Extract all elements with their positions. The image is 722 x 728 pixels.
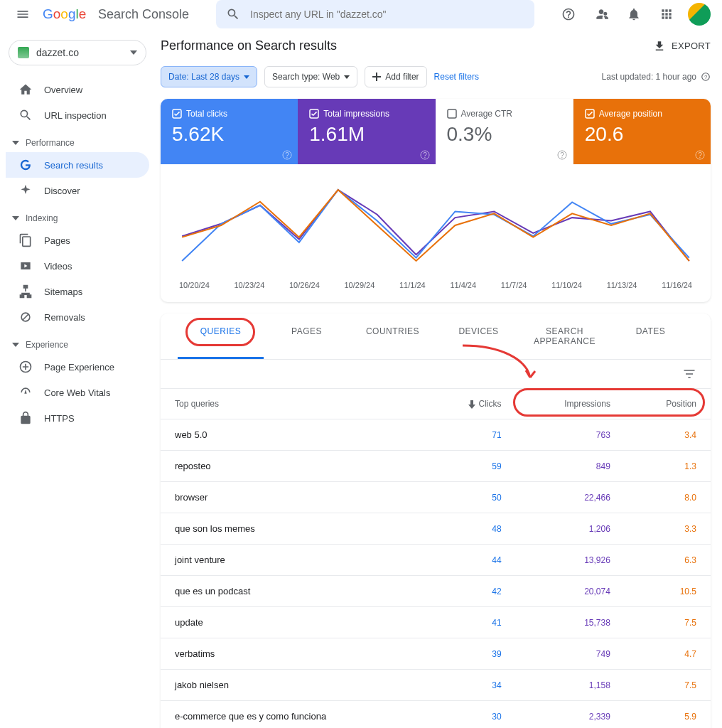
table-row[interactable]: web 5.0 71 763 3.4 [161, 419, 711, 451]
page-title: Performance on Search results [161, 38, 337, 53]
filter-icon[interactable] [682, 367, 696, 381]
tab-dates[interactable]: DATES [608, 314, 694, 359]
export-button[interactable]: EXPORT [653, 40, 711, 53]
table-row[interactable]: verbatims 39 749 4.7 [161, 638, 711, 670]
nav-overview[interactable]: Overview [6, 77, 149, 102]
nav-https[interactable]: HTTPS [6, 405, 149, 431]
url-inspect-input[interactable] [250, 9, 524, 20]
nav-discover[interactable]: Discover [6, 178, 149, 203]
nav-sitemaps[interactable]: Sitemaps [6, 279, 149, 304]
x-axis-label: 11/13/24 [607, 281, 637, 289]
impressions-cell: 20,074 [516, 576, 625, 607]
avatar [688, 3, 711, 26]
table-row[interactable]: browser 50 22,466 8.0 [161, 482, 711, 513]
hamburger-menu[interactable] [9, 0, 37, 28]
tab-queries[interactable]: QUERIES [178, 314, 264, 359]
google-g-icon [18, 158, 33, 172]
download-icon [653, 40, 666, 53]
metric-impressions[interactable]: Total impressions 1.61M ? [298, 99, 435, 164]
nav-videos[interactable]: Videos [6, 253, 149, 279]
position-cell: 5.9 [625, 701, 711, 729]
metric-clicks[interactable]: Total clicks 5.62K ? [161, 99, 298, 164]
query-cell: jakob nielsen [161, 670, 424, 701]
svg-text:Google: Google [43, 6, 86, 21]
help-button[interactable] [554, 0, 583, 28]
table-row[interactable]: que son los memes 48 1,206 3.3 [161, 513, 711, 545]
table-row[interactable]: update 41 15,738 7.5 [161, 607, 711, 638]
nav-url-inspection[interactable]: URL inspection [6, 102, 149, 128]
chevron-down-icon [344, 75, 350, 79]
clicks-cell: 42 [424, 576, 516, 607]
help-icon: ? [701, 72, 711, 82]
col-impressions[interactable]: Impressions [516, 389, 625, 419]
plus-circle-icon [18, 360, 33, 374]
dimension-tabs: QUERIES PAGES COUNTRIES DEVICES SEARCH A… [161, 314, 711, 360]
filter-date[interactable]: Date: Last 28 days [161, 66, 257, 87]
metric-ctr[interactable]: Average CTR 0.3% ? [436, 99, 573, 164]
url-inspect-bar[interactable] [216, 0, 534, 28]
account-button[interactable] [685, 0, 713, 28]
nav-label: URL inspection [44, 110, 107, 121]
nav-label: Pages [44, 235, 70, 246]
position-cell: 7.5 [625, 670, 711, 701]
product-name: Search Console [98, 7, 189, 22]
chevron-down-icon [11, 139, 20, 147]
dimension-card: QUERIES PAGES COUNTRIES DEVICES SEARCH A… [161, 314, 711, 728]
favicon-icon [18, 47, 29, 58]
section-performance[interactable]: Performance [6, 128, 149, 152]
users-icon [594, 7, 608, 21]
table-row[interactable]: joint venture 44 13,926 6.3 [161, 545, 711, 576]
nav-search-results[interactable]: Search results [6, 152, 149, 178]
nav-pages[interactable]: Pages [6, 228, 149, 253]
tab-devices[interactable]: DEVICES [436, 314, 522, 359]
table-row[interactable]: reposteo 59 849 1.3 [161, 451, 711, 482]
x-axis-label: 10/23/24 [235, 281, 265, 289]
position-cell: 1.3 [625, 451, 711, 482]
nav-core-web-vitals[interactable]: Core Web Vitals [6, 380, 149, 405]
speed-icon [18, 385, 33, 400]
svg-text:?: ? [704, 74, 707, 80]
tab-search-appearance[interactable]: SEARCH APPEARANCE [522, 314, 608, 359]
x-axis-label: 11/7/24 [501, 281, 527, 289]
table-row[interactable]: que es un podcast 42 20,074 10.5 [161, 576, 711, 607]
x-axis-label: 11/10/24 [551, 281, 582, 289]
main: Performance on Search results EXPORT Dat… [149, 28, 722, 728]
help-icon: ? [695, 150, 705, 160]
nav-label: Discover [44, 186, 80, 196]
property-selector[interactable]: dazzet.co [9, 40, 146, 65]
nav-label: Sitemaps [44, 287, 82, 297]
col-clicks[interactable]: Clicks [424, 389, 516, 419]
col-position[interactable]: Position [625, 389, 711, 419]
nav-label: Overview [44, 85, 82, 95]
tab-countries[interactable]: COUNTRIES [350, 314, 436, 359]
metric-position[interactable]: Average position 20.6 ? [573, 99, 711, 164]
reset-filters[interactable]: Reset filters [434, 72, 479, 82]
help-icon: ? [557, 150, 567, 160]
tab-pages[interactable]: PAGES [264, 314, 350, 359]
nav-page-experience[interactable]: Page Experience [6, 354, 149, 380]
section-indexing[interactable]: Indexing [6, 203, 149, 228]
home-icon [18, 82, 33, 97]
apps-button[interactable] [652, 0, 681, 28]
table-row[interactable]: jakob nielsen 34 1,158 7.5 [161, 670, 711, 701]
table-row[interactable]: e-commerce que es y como funciona 30 2,3… [161, 701, 711, 729]
position-cell: 3.3 [625, 513, 711, 545]
chevron-down-icon [130, 50, 137, 55]
impressions-cell: 22,466 [516, 482, 625, 513]
topbar: Google Search Console [0, 0, 722, 28]
filter-search-type[interactable]: Search type: Web [264, 66, 357, 87]
svg-rect-10 [448, 109, 456, 118]
add-filter-button[interactable]: Add filter [365, 66, 426, 87]
chart-area: 10/20/2410/23/2410/26/2410/29/2411/1/241… [161, 164, 711, 302]
users-button[interactable] [587, 0, 615, 28]
bell-icon [627, 7, 641, 21]
x-axis-label: 11/16/24 [662, 281, 692, 289]
chevron-down-icon [11, 341, 20, 349]
section-experience[interactable]: Experience [6, 330, 149, 354]
notifications-button[interactable] [620, 0, 648, 28]
col-queries[interactable]: Top queries [161, 389, 424, 419]
x-axis-label: 11/4/24 [450, 281, 476, 289]
nav-removals[interactable]: Removals [6, 304, 149, 330]
last-updated: Last updated: 1 hour ago ? [602, 72, 711, 82]
position-cell: 8.0 [625, 482, 711, 513]
